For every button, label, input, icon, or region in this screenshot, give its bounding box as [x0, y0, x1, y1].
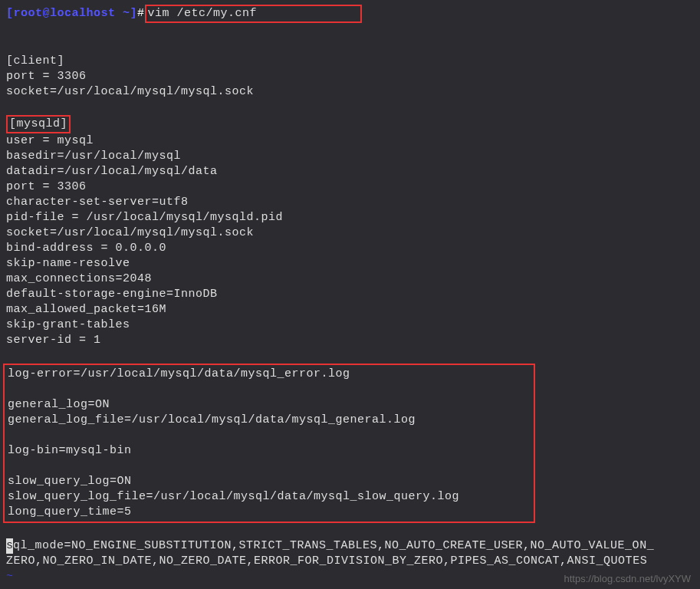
mysqld-section-wrapper: [mysqld]	[6, 115, 694, 133]
vim-command: vim /etc/my.cnf	[148, 7, 258, 20]
default-engine-line: default-storage-engine=InnoDB	[6, 287, 694, 302]
blank-line	[6, 100, 694, 115]
client-socket-line: socket=/usr/local/mysql/mysql.sock	[6, 84, 694, 100]
max-packet-line: max_allowed_packet=16M	[6, 302, 694, 318]
skip-name-resolve-line: skip-name-resolve	[6, 256, 694, 271]
max-connections-line: max_connections=2048	[6, 271, 694, 287]
slow-query-file-line: slow_query_log_file=/usr/local/mysql/dat…	[8, 489, 531, 505]
blank-line	[8, 428, 531, 443]
sql-mode-line-2: ZERO,NO_ZERO_IN_DATE,NO_ZERO_DATE,ERROR_…	[6, 554, 694, 569]
mysqld-port-line: port = 3306	[6, 179, 694, 195]
pidfile-line: pid-file = /usr/local/mysql/mysqld.pid	[6, 210, 694, 225]
highlighted-command-box: vim /etc/my.cnf	[145, 5, 363, 23]
highlighted-mysqld-box: [mysqld]	[6, 115, 71, 133]
server-id-line: server-id = 1	[6, 333, 694, 348]
blank-line	[8, 382, 531, 397]
mysqld-socket-line: socket=/usr/local/mysql/mysql.sock	[6, 225, 694, 241]
client-section-header: [client]	[6, 54, 694, 69]
general-log-line: general_log=ON	[8, 397, 531, 413]
sql-mode-line-1: sql_mode=NO_ENGINE_SUBSTITUTION,STRICT_T…	[6, 538, 694, 554]
bind-address-line: bind-address = 0.0.0.0	[6, 241, 694, 256]
basedir-line: basedir=/usr/local/mysql	[6, 149, 694, 164]
blank-line	[6, 523, 694, 538]
blank-line	[8, 459, 531, 474]
blank-line	[6, 348, 694, 364]
client-port-line: port = 3306	[6, 69, 694, 84]
terminal-window[interactable]: [root@localhost ~]#vim /etc/my.cnf [clie…	[0, 0, 700, 589]
general-log-file-line: general_log_file=/usr/local/mysql/data/m…	[8, 413, 531, 428]
skip-grant-line: skip-grant-tables	[6, 318, 694, 333]
blank-line	[6, 38, 694, 54]
prompt-hash: #	[137, 7, 145, 20]
blank-line	[6, 23, 694, 38]
charset-line: character-set-server=utf8	[6, 195, 694, 210]
shell-prompt-line: [root@localhost ~]#vim /etc/my.cnf	[6, 5, 694, 23]
watermark-text: https://blog.csdn.net/lvyXYW	[564, 573, 691, 584]
log-error-line: log-error=/usr/local/mysql/data/mysql_er…	[8, 367, 531, 382]
sql-mode-rest-1: ql_mode=NO_ENGINE_SUBSTITUTION,STRICT_TR…	[13, 539, 654, 552]
highlighted-log-config-box: log-error=/usr/local/mysql/data/mysql_er…	[3, 364, 535, 523]
prompt-user-host: [root@localhost ~]	[6, 7, 137, 20]
datadir-line: datadir=/usr/local/mysql/data	[6, 164, 694, 179]
slow-query-log-line: slow_query_log=ON	[8, 474, 531, 489]
vim-cursor: s	[6, 538, 13, 554]
mysqld-section-header: [mysqld]	[9, 117, 67, 130]
user-line: user = mysql	[6, 133, 694, 149]
log-bin-line: log-bin=mysql-bin	[8, 443, 531, 459]
long-query-time-line: long_query_time=5	[8, 505, 531, 520]
